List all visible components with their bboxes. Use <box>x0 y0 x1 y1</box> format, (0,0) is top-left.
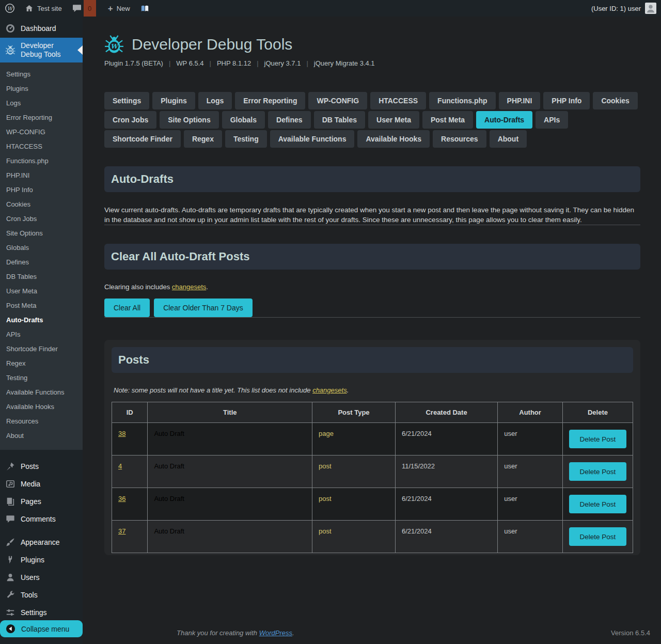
sidebar-item-htaccess[interactable]: HTACCESS <box>0 139 83 154</box>
tab-php-ini[interactable]: PHP.INI <box>499 92 541 109</box>
sidebar-item-dashboard[interactable]: Dashboard <box>0 17 83 38</box>
delete-post-button[interactable]: Delete Post <box>569 527 626 546</box>
pages-icon <box>5 497 15 506</box>
tab-db-tables[interactable]: DB Tables <box>314 111 365 129</box>
sidebar-item-auto-drafts[interactable]: Auto-Drafts <box>0 313 83 327</box>
avatar[interactable] <box>645 3 656 14</box>
plugin-meta-item: Plugin 1.7.5 (BETA) <box>104 59 163 67</box>
sidebar-item-developer-debug-tools[interactable]: W Developer Debug Tools <box>0 38 83 62</box>
tab-error-reporting[interactable]: Error Reporting <box>235 92 305 109</box>
sidebar-item-post-meta[interactable]: Post Meta <box>0 299 83 313</box>
post-id-link[interactable]: 37 <box>118 527 125 535</box>
sidebar-item-cookies[interactable]: Cookies <box>0 197 83 212</box>
media-icon <box>5 479 15 489</box>
user-info[interactable]: (User ID: 1) user <box>591 5 641 12</box>
sidebar-item-label: Appearance <box>21 538 60 546</box>
tab-site-options[interactable]: Site Options <box>160 111 218 129</box>
sidebar-item-wp-config[interactable]: WP-CONFIG <box>0 125 83 139</box>
sidebar-item-media[interactable]: Media <box>0 475 83 493</box>
sidebar-item-user-meta[interactable]: User Meta <box>0 284 83 299</box>
page-header: W Developer Debug Tools <box>104 35 640 54</box>
tab-testing[interactable]: Testing <box>225 130 267 148</box>
tab-plugins[interactable]: Plugins <box>152 92 195 109</box>
tab-settings[interactable]: Settings <box>104 92 149 109</box>
sidebar: Dashboard W Developer Debug Tools Settin… <box>0 17 83 644</box>
tab-globals[interactable]: Globals <box>222 111 265 129</box>
wordpress-link[interactable]: WordPress <box>259 629 292 637</box>
sidebar-item-cron-jobs[interactable]: Cron Jobs <box>0 212 83 226</box>
comments-icon[interactable] <box>67 0 84 17</box>
sidebar-item-posts[interactable]: Posts <box>0 458 83 475</box>
clear-all-button[interactable]: Clear All <box>104 299 150 317</box>
delete-post-button[interactable]: Delete Post <box>569 430 626 448</box>
page-title: Developer Debug Tools <box>132 36 292 53</box>
tab-cookies[interactable]: Cookies <box>593 92 637 109</box>
tab-auto-drafts[interactable]: Auto-Drafts <box>476 111 532 129</box>
sidebar-item-label: Users <box>21 573 40 582</box>
sidebar-item-appearance[interactable]: Appearance <box>0 533 83 551</box>
delete-post-button[interactable]: Delete Post <box>569 462 626 481</box>
sidebar-item-logs[interactable]: Logs <box>0 96 83 111</box>
sidebar-item-users[interactable]: Users <box>0 569 83 586</box>
tab-php-info[interactable]: PHP Info <box>543 92 590 109</box>
comment-count-badge[interactable]: 0 <box>84 0 96 17</box>
delete-post-button[interactable]: Delete Post <box>569 495 626 513</box>
tab-about[interactable]: About <box>490 130 527 148</box>
tab-regex[interactable]: Regex <box>184 130 222 148</box>
new-button[interactable]: + New <box>103 0 135 17</box>
sidebar-item-plugins[interactable]: Plugins <box>0 82 83 96</box>
sidebar-item-settings[interactable]: Settings <box>0 67 83 82</box>
collapse-menu-button[interactable]: Collapse menu <box>0 620 83 637</box>
posts-note: Note: some posts will not have a title y… <box>114 386 633 394</box>
post-id-link[interactable]: 36 <box>118 495 125 502</box>
sidebar-item-globals[interactable]: Globals <box>0 241 83 255</box>
sidebar-item-regex[interactable]: Regex <box>0 356 83 371</box>
sidebar-item-about[interactable]: About <box>0 429 83 443</box>
sidebar-item-php-ini[interactable]: PHP.INI <box>0 168 83 183</box>
sidebar-item-shortcode-finder[interactable]: Shortcode Finder <box>0 342 83 356</box>
tab-user-meta[interactable]: User Meta <box>368 111 419 129</box>
tab-available-functions[interactable]: Available Functions <box>270 130 355 148</box>
sidebar-item-available-hooks[interactable]: Available Hooks <box>0 400 83 414</box>
book-icon[interactable] <box>135 0 154 17</box>
table-row: 38Auto Draftpage6/21/2024userDelete Post <box>112 423 633 455</box>
post-author: user <box>498 521 563 553</box>
sidebar-item-resources[interactable]: Resources <box>0 414 83 429</box>
sidebar-item-settings[interactable]: Settings <box>0 604 83 621</box>
home-icon <box>25 4 34 12</box>
changesets-link[interactable]: changesets <box>172 283 207 291</box>
sidebar-item-label: Tools <box>21 591 38 599</box>
site-name-link[interactable]: Test site <box>20 0 67 17</box>
tab-functions-php[interactable]: Functions.php <box>429 92 495 109</box>
tab-logs[interactable]: Logs <box>198 92 232 109</box>
sidebar-item-available-functions[interactable]: Available Functions <box>0 385 83 400</box>
sidebar-item-site-options[interactable]: Site Options <box>0 226 83 241</box>
changesets-link[interactable]: changesets <box>312 386 347 394</box>
sidebar-item-apis[interactable]: APIs <box>0 327 83 342</box>
tab-post-meta[interactable]: Post Meta <box>422 111 473 129</box>
sidebar-item-error-reporting[interactable]: Error Reporting <box>0 111 83 125</box>
post-id-link[interactable]: 38 <box>118 430 125 437</box>
sidebar-item-db-tables[interactable]: DB Tables <box>0 270 83 284</box>
tab-defines[interactable]: Defines <box>268 111 311 129</box>
tab-apis[interactable]: APIs <box>536 111 568 129</box>
tab-wp-config[interactable]: WP-CONFIG <box>308 92 367 109</box>
post-type: page <box>312 423 396 455</box>
sidebar-item-tools[interactable]: Tools <box>0 586 83 604</box>
tab-shortcode-finder[interactable]: Shortcode Finder <box>104 130 181 148</box>
tab-available-hooks[interactable]: Available Hooks <box>357 130 430 148</box>
sidebar-item-pages[interactable]: Pages <box>0 493 83 510</box>
clear-older-button[interactable]: Clear Older Than 7 Days <box>154 299 253 317</box>
tab-cron-jobs[interactable]: Cron Jobs <box>104 111 156 129</box>
sidebar-item-testing[interactable]: Testing <box>0 371 83 385</box>
wordpress-logo-icon[interactable]: W <box>0 0 20 17</box>
sidebar-item-functions-php[interactable]: Functions.php <box>0 154 83 168</box>
sidebar-item-comments[interactable]: Comments <box>0 510 83 528</box>
tab-resources[interactable]: Resources <box>433 130 486 148</box>
posts-table: IDTitlePost TypeCreated DateAuthorDelete… <box>112 402 633 553</box>
sidebar-item-plugins[interactable]: Plugins <box>0 551 83 569</box>
post-id-link[interactable]: 4 <box>118 462 122 470</box>
sidebar-item-defines[interactable]: Defines <box>0 255 83 270</box>
tab-htaccess[interactable]: HTACCESS <box>370 92 426 109</box>
sidebar-item-php-info[interactable]: PHP Info <box>0 183 83 197</box>
